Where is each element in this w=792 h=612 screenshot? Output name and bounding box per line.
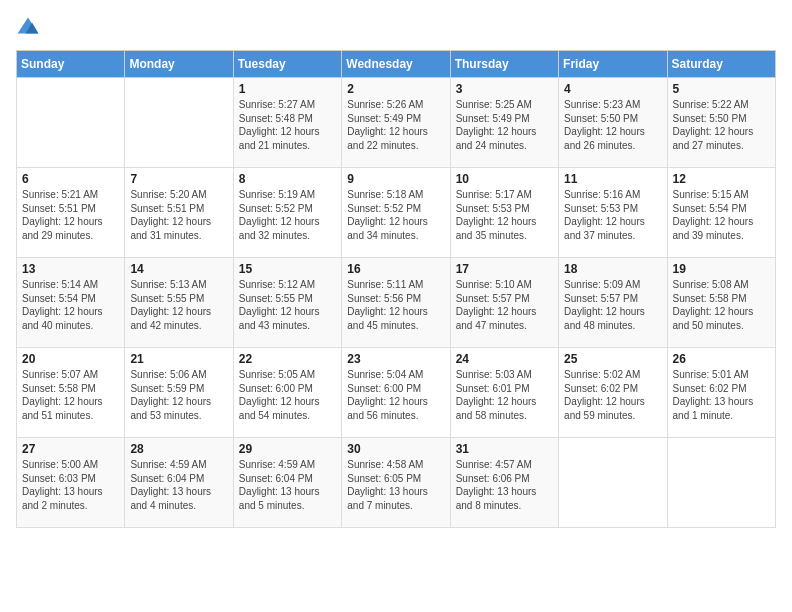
day-number: 10 <box>456 172 553 186</box>
header-cell-monday: Monday <box>125 51 233 78</box>
header-cell-tuesday: Tuesday <box>233 51 341 78</box>
day-number: 12 <box>673 172 770 186</box>
day-info: Sunrise: 5:04 AM Sunset: 6:00 PM Dayligh… <box>347 368 444 422</box>
day-number: 6 <box>22 172 119 186</box>
header-row: SundayMondayTuesdayWednesdayThursdayFrid… <box>17 51 776 78</box>
day-info: Sunrise: 5:19 AM Sunset: 5:52 PM Dayligh… <box>239 188 336 242</box>
day-number: 26 <box>673 352 770 366</box>
day-cell: 4Sunrise: 5:23 AM Sunset: 5:50 PM Daylig… <box>559 78 667 168</box>
logo <box>16 16 44 40</box>
day-cell: 10Sunrise: 5:17 AM Sunset: 5:53 PM Dayli… <box>450 168 558 258</box>
header-cell-friday: Friday <box>559 51 667 78</box>
day-info: Sunrise: 5:03 AM Sunset: 6:01 PM Dayligh… <box>456 368 553 422</box>
calendar-header: SundayMondayTuesdayWednesdayThursdayFrid… <box>17 51 776 78</box>
day-number: 7 <box>130 172 227 186</box>
day-cell: 13Sunrise: 5:14 AM Sunset: 5:54 PM Dayli… <box>17 258 125 348</box>
week-row-4: 20Sunrise: 5:07 AM Sunset: 5:58 PM Dayli… <box>17 348 776 438</box>
day-cell: 21Sunrise: 5:06 AM Sunset: 5:59 PM Dayli… <box>125 348 233 438</box>
day-info: Sunrise: 4:59 AM Sunset: 6:04 PM Dayligh… <box>130 458 227 512</box>
week-row-3: 13Sunrise: 5:14 AM Sunset: 5:54 PM Dayli… <box>17 258 776 348</box>
day-info: Sunrise: 5:16 AM Sunset: 5:53 PM Dayligh… <box>564 188 661 242</box>
calendar-body: 1Sunrise: 5:27 AM Sunset: 5:48 PM Daylig… <box>17 78 776 528</box>
logo-icon <box>16 16 40 40</box>
day-number: 15 <box>239 262 336 276</box>
day-number: 3 <box>456 82 553 96</box>
day-cell: 25Sunrise: 5:02 AM Sunset: 6:02 PM Dayli… <box>559 348 667 438</box>
day-info: Sunrise: 5:17 AM Sunset: 5:53 PM Dayligh… <box>456 188 553 242</box>
day-number: 19 <box>673 262 770 276</box>
day-number: 11 <box>564 172 661 186</box>
day-number: 4 <box>564 82 661 96</box>
day-number: 2 <box>347 82 444 96</box>
day-cell: 1Sunrise: 5:27 AM Sunset: 5:48 PM Daylig… <box>233 78 341 168</box>
day-number: 1 <box>239 82 336 96</box>
day-cell: 15Sunrise: 5:12 AM Sunset: 5:55 PM Dayli… <box>233 258 341 348</box>
day-info: Sunrise: 5:26 AM Sunset: 5:49 PM Dayligh… <box>347 98 444 152</box>
day-cell: 2Sunrise: 5:26 AM Sunset: 5:49 PM Daylig… <box>342 78 450 168</box>
day-info: Sunrise: 5:10 AM Sunset: 5:57 PM Dayligh… <box>456 278 553 332</box>
day-cell: 9Sunrise: 5:18 AM Sunset: 5:52 PM Daylig… <box>342 168 450 258</box>
week-row-5: 27Sunrise: 5:00 AM Sunset: 6:03 PM Dayli… <box>17 438 776 528</box>
day-cell: 27Sunrise: 5:00 AM Sunset: 6:03 PM Dayli… <box>17 438 125 528</box>
day-cell <box>17 78 125 168</box>
day-cell: 11Sunrise: 5:16 AM Sunset: 5:53 PM Dayli… <box>559 168 667 258</box>
day-info: Sunrise: 5:12 AM Sunset: 5:55 PM Dayligh… <box>239 278 336 332</box>
day-cell <box>559 438 667 528</box>
day-cell: 29Sunrise: 4:59 AM Sunset: 6:04 PM Dayli… <box>233 438 341 528</box>
header-cell-sunday: Sunday <box>17 51 125 78</box>
day-number: 30 <box>347 442 444 456</box>
day-info: Sunrise: 5:11 AM Sunset: 5:56 PM Dayligh… <box>347 278 444 332</box>
day-info: Sunrise: 4:57 AM Sunset: 6:06 PM Dayligh… <box>456 458 553 512</box>
header-cell-thursday: Thursday <box>450 51 558 78</box>
day-cell: 23Sunrise: 5:04 AM Sunset: 6:00 PM Dayli… <box>342 348 450 438</box>
day-info: Sunrise: 4:59 AM Sunset: 6:04 PM Dayligh… <box>239 458 336 512</box>
header-cell-saturday: Saturday <box>667 51 775 78</box>
day-cell <box>667 438 775 528</box>
day-cell: 22Sunrise: 5:05 AM Sunset: 6:00 PM Dayli… <box>233 348 341 438</box>
day-number: 8 <box>239 172 336 186</box>
day-cell: 6Sunrise: 5:21 AM Sunset: 5:51 PM Daylig… <box>17 168 125 258</box>
day-number: 18 <box>564 262 661 276</box>
day-info: Sunrise: 4:58 AM Sunset: 6:05 PM Dayligh… <box>347 458 444 512</box>
day-info: Sunrise: 5:15 AM Sunset: 5:54 PM Dayligh… <box>673 188 770 242</box>
day-cell: 8Sunrise: 5:19 AM Sunset: 5:52 PM Daylig… <box>233 168 341 258</box>
day-info: Sunrise: 5:21 AM Sunset: 5:51 PM Dayligh… <box>22 188 119 242</box>
week-row-1: 1Sunrise: 5:27 AM Sunset: 5:48 PM Daylig… <box>17 78 776 168</box>
day-number: 9 <box>347 172 444 186</box>
day-cell: 7Sunrise: 5:20 AM Sunset: 5:51 PM Daylig… <box>125 168 233 258</box>
day-cell: 18Sunrise: 5:09 AM Sunset: 5:57 PM Dayli… <box>559 258 667 348</box>
day-number: 23 <box>347 352 444 366</box>
day-cell: 14Sunrise: 5:13 AM Sunset: 5:55 PM Dayli… <box>125 258 233 348</box>
day-number: 17 <box>456 262 553 276</box>
day-info: Sunrise: 5:22 AM Sunset: 5:50 PM Dayligh… <box>673 98 770 152</box>
day-info: Sunrise: 5:09 AM Sunset: 5:57 PM Dayligh… <box>564 278 661 332</box>
day-info: Sunrise: 5:20 AM Sunset: 5:51 PM Dayligh… <box>130 188 227 242</box>
page-header <box>16 16 776 40</box>
day-info: Sunrise: 5:06 AM Sunset: 5:59 PM Dayligh… <box>130 368 227 422</box>
day-number: 29 <box>239 442 336 456</box>
day-cell: 20Sunrise: 5:07 AM Sunset: 5:58 PM Dayli… <box>17 348 125 438</box>
day-cell: 24Sunrise: 5:03 AM Sunset: 6:01 PM Dayli… <box>450 348 558 438</box>
day-number: 14 <box>130 262 227 276</box>
day-info: Sunrise: 5:25 AM Sunset: 5:49 PM Dayligh… <box>456 98 553 152</box>
day-cell: 30Sunrise: 4:58 AM Sunset: 6:05 PM Dayli… <box>342 438 450 528</box>
day-info: Sunrise: 5:13 AM Sunset: 5:55 PM Dayligh… <box>130 278 227 332</box>
day-number: 21 <box>130 352 227 366</box>
day-info: Sunrise: 5:07 AM Sunset: 5:58 PM Dayligh… <box>22 368 119 422</box>
header-cell-wednesday: Wednesday <box>342 51 450 78</box>
day-number: 24 <box>456 352 553 366</box>
day-number: 20 <box>22 352 119 366</box>
day-cell: 16Sunrise: 5:11 AM Sunset: 5:56 PM Dayli… <box>342 258 450 348</box>
week-row-2: 6Sunrise: 5:21 AM Sunset: 5:51 PM Daylig… <box>17 168 776 258</box>
day-info: Sunrise: 5:01 AM Sunset: 6:02 PM Dayligh… <box>673 368 770 422</box>
day-info: Sunrise: 5:00 AM Sunset: 6:03 PM Dayligh… <box>22 458 119 512</box>
day-info: Sunrise: 5:05 AM Sunset: 6:00 PM Dayligh… <box>239 368 336 422</box>
calendar-table: SundayMondayTuesdayWednesdayThursdayFrid… <box>16 50 776 528</box>
day-cell: 26Sunrise: 5:01 AM Sunset: 6:02 PM Dayli… <box>667 348 775 438</box>
day-number: 25 <box>564 352 661 366</box>
day-number: 28 <box>130 442 227 456</box>
day-info: Sunrise: 5:14 AM Sunset: 5:54 PM Dayligh… <box>22 278 119 332</box>
day-cell: 19Sunrise: 5:08 AM Sunset: 5:58 PM Dayli… <box>667 258 775 348</box>
day-number: 22 <box>239 352 336 366</box>
day-info: Sunrise: 5:27 AM Sunset: 5:48 PM Dayligh… <box>239 98 336 152</box>
